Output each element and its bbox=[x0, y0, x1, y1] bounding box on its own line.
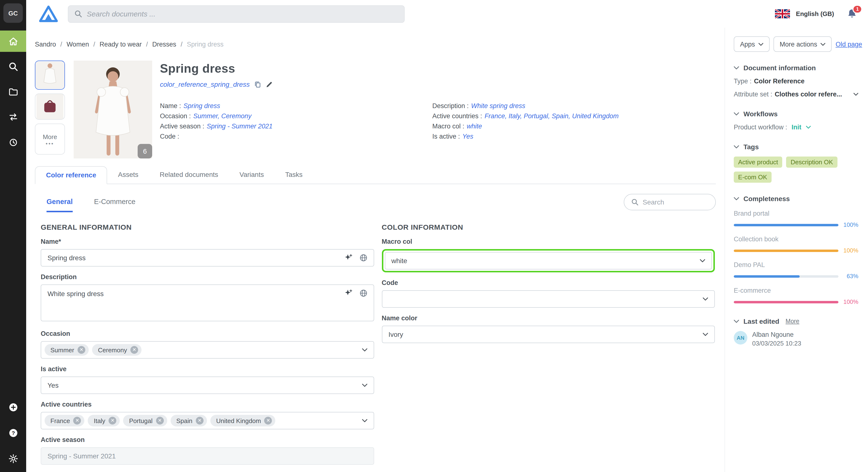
more-thumbnails-button[interactable]: More ••• bbox=[35, 124, 65, 155]
progress-bar bbox=[734, 249, 838, 252]
translate-globe-icon[interactable] bbox=[359, 253, 368, 262]
tag-description-ok: Description OK bbox=[786, 157, 837, 168]
chip-remove-icon[interactable] bbox=[196, 417, 204, 424]
user-avatar[interactable]: GC bbox=[3, 3, 23, 23]
attributes-form: GENERAL INFORMATION Name* bbox=[35, 223, 716, 472]
more-dots-icon: ••• bbox=[45, 142, 54, 145]
summary-row: Name :Spring dress bbox=[160, 101, 432, 111]
app-logo[interactable] bbox=[39, 5, 58, 23]
sidebar-item-add[interactable] bbox=[0, 397, 26, 418]
field-name: Name* bbox=[41, 238, 374, 266]
chevron-down-icon bbox=[734, 197, 739, 200]
breadcrumb-link[interactable]: Ready to wear bbox=[100, 40, 142, 48]
sidebar-item-history[interactable] bbox=[0, 131, 26, 153]
section-last-edited: Last edited More AN Alban Ngoune 03/03/2… bbox=[734, 317, 858, 347]
sidebar-item-home[interactable] bbox=[0, 31, 26, 52]
dress-thumbnail-image bbox=[35, 61, 64, 89]
chip-france: France bbox=[44, 415, 85, 427]
old-page-link[interactable]: Old page bbox=[836, 40, 862, 48]
breadcrumb-link[interactable]: Women bbox=[67, 40, 89, 48]
main-content: Sandro / Women / Ready to wear / Dresses… bbox=[26, 28, 724, 472]
sidebar-item-settings[interactable] bbox=[0, 448, 26, 469]
language-selector[interactable]: English (GB) bbox=[796, 10, 834, 18]
ai-sparkle-icon[interactable] bbox=[344, 289, 352, 297]
chip-remove-icon[interactable] bbox=[156, 417, 163, 424]
breadcrumb-link[interactable]: Sandro bbox=[35, 40, 56, 48]
sidebar-item-folders[interactable] bbox=[0, 81, 26, 102]
attribute-search-input[interactable] bbox=[643, 198, 709, 206]
sidebar-item-search[interactable] bbox=[0, 56, 26, 77]
section-header[interactable]: Tags bbox=[734, 143, 858, 151]
more-actions-button[interactable]: More actions bbox=[774, 36, 832, 52]
breadcrumb: Sandro / Women / Ready to wear / Dresses… bbox=[35, 36, 716, 52]
copy-icon[interactable] bbox=[254, 81, 261, 88]
progress-bar bbox=[734, 301, 838, 303]
sidebar-item-transfers[interactable] bbox=[0, 106, 26, 127]
summary-row: Active season :Spring - Summer 2021 bbox=[160, 121, 432, 131]
breadcrumb-link[interactable]: Dresses bbox=[152, 40, 176, 48]
tab-assets[interactable]: Assets bbox=[107, 166, 149, 184]
product-photo[interactable]: 6 bbox=[74, 61, 152, 158]
product-reference[interactable]: color_reference_spring_dress bbox=[160, 81, 250, 88]
search-icon bbox=[8, 61, 18, 71]
thumbnail-bag[interactable] bbox=[35, 94, 65, 120]
translate-globe-icon[interactable] bbox=[359, 289, 368, 297]
topbar: English (GB) 1 bbox=[26, 0, 868, 28]
completeness-item: E-commerce 100% bbox=[734, 287, 858, 305]
section-header[interactable]: Workflows bbox=[734, 110, 858, 118]
active-countries-select[interactable]: France Italy Portugal Spain United Kingd… bbox=[41, 412, 374, 429]
chevron-down-icon[interactable] bbox=[806, 126, 811, 129]
field-is-active: Is active Yes bbox=[41, 366, 374, 394]
main-column: English (GB) 1 Sandro / Women / Ready to… bbox=[26, 0, 868, 472]
chip-remove-icon[interactable] bbox=[265, 417, 272, 424]
subtab-general[interactable]: General bbox=[46, 198, 73, 212]
last-edited-more-link[interactable]: More bbox=[785, 318, 799, 325]
section-header[interactable]: Document information bbox=[734, 64, 858, 72]
apps-button[interactable]: Apps bbox=[734, 36, 770, 52]
chip-remove-icon[interactable] bbox=[78, 346, 85, 354]
tab-variants[interactable]: Variants bbox=[229, 166, 275, 184]
chip-remove-icon[interactable] bbox=[73, 417, 81, 424]
name-input[interactable] bbox=[41, 249, 374, 266]
tab-color-reference[interactable]: Color reference bbox=[35, 166, 107, 184]
field-active-countries: Active countries France Italy Portugal S… bbox=[41, 401, 374, 429]
chevron-down-icon bbox=[734, 66, 739, 70]
edit-pencil-icon[interactable] bbox=[266, 81, 273, 88]
attribute-set-select[interactable]: Clothes color refere... bbox=[775, 91, 842, 98]
focus-highlight-box: white bbox=[382, 249, 715, 272]
workflow-status-select[interactable]: Init bbox=[792, 124, 802, 131]
attribute-set-row: Attribute set : Clothes color refere... bbox=[734, 91, 858, 98]
search-icon bbox=[74, 10, 83, 18]
product-info: Spring dress color_reference_spring_dres… bbox=[160, 61, 716, 158]
is-active-select[interactable]: Yes bbox=[41, 377, 374, 394]
ai-sparkle-icon[interactable] bbox=[344, 253, 352, 262]
chevron-down-icon[interactable] bbox=[854, 93, 858, 96]
global-search-input[interactable] bbox=[87, 10, 398, 18]
last-edited-user: AN Alban Ngoune 03/03/2025 10:23 bbox=[734, 331, 858, 347]
chip-remove-icon[interactable] bbox=[109, 417, 117, 424]
macro-col-select[interactable]: white bbox=[384, 252, 712, 270]
tab-related-documents[interactable]: Related documents bbox=[149, 166, 229, 184]
code-select[interactable] bbox=[382, 290, 715, 308]
completeness-item: Demo PAL 63% bbox=[734, 261, 858, 280]
sidebar-item-help[interactable]: ? bbox=[0, 422, 26, 443]
chevron-down-icon bbox=[700, 259, 705, 263]
notifications-bell[interactable]: 1 bbox=[846, 7, 858, 20]
section-header[interactable]: Last edited More bbox=[734, 317, 858, 325]
chevron-down-icon bbox=[703, 297, 708, 301]
description-textarea[interactable]: White spring dress bbox=[41, 284, 374, 321]
tab-tasks[interactable]: Tasks bbox=[275, 166, 313, 184]
name-color-select[interactable]: Ivory bbox=[382, 326, 715, 343]
subtab-ecommerce[interactable]: E-Commerce bbox=[94, 198, 135, 212]
product-summary: Name :Spring dress Occasion :Summer, Cer… bbox=[160, 101, 716, 141]
section-header[interactable]: Completeness bbox=[734, 195, 858, 202]
search-icon bbox=[631, 198, 639, 206]
chevron-down-icon bbox=[703, 333, 708, 336]
chip-remove-icon[interactable] bbox=[130, 346, 138, 354]
history-icon bbox=[8, 137, 18, 147]
thumbnail-dress[interactable] bbox=[35, 61, 65, 90]
tag-list: Active product Description OK E-com OK bbox=[734, 157, 858, 183]
occasion-select[interactable]: Summer Ceremony bbox=[41, 341, 374, 358]
uk-flag-icon[interactable] bbox=[775, 9, 790, 19]
help-icon: ? bbox=[8, 428, 18, 438]
